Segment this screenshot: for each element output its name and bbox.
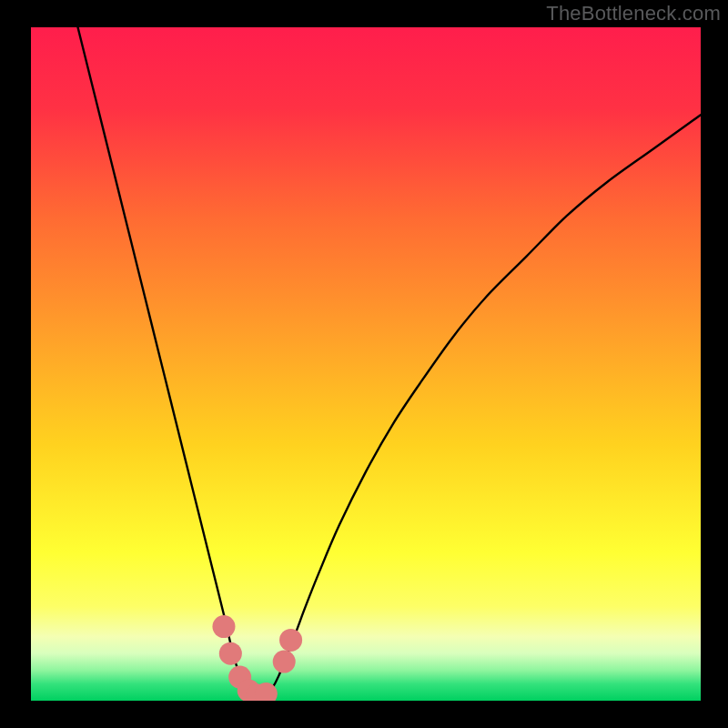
data-marker: [273, 651, 296, 673]
data-marker: [279, 629, 302, 652]
data-marker: [219, 642, 242, 665]
chart-frame: TheBottleneck.com: [0, 0, 728, 728]
gradient-background: [31, 27, 701, 701]
watermark-text: TheBottleneck.com: [546, 2, 721, 25]
data-marker: [212, 615, 235, 638]
plot-area: [31, 27, 701, 701]
